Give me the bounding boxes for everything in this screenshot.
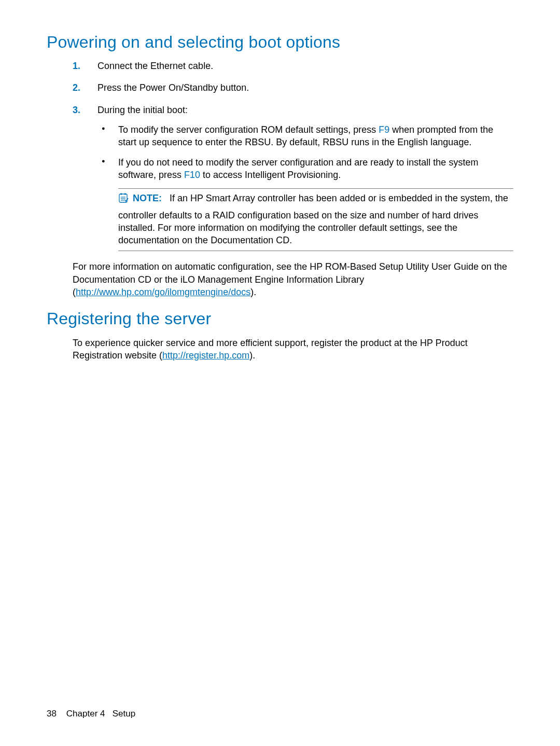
section-heading-registering: Registering the server [47, 308, 513, 330]
step-1-text: Connect the Ethernet cable. [97, 61, 213, 71]
after-note-paragraph: For more information on automatic config… [73, 260, 513, 298]
step-2: 2. Press the Power On/Standby button. [73, 81, 513, 94]
bullet-2: If you do not need to modify the server … [97, 156, 513, 182]
note-first-text: If an HP Smart Array controller has been… [170, 193, 508, 203]
note-block: NOTE: If an HP Smart Array controller ha… [118, 188, 513, 251]
register-pre: To experience quicker service and more e… [73, 338, 468, 361]
key-f10: F10 [184, 170, 200, 180]
note-first-line: NOTE: If an HP Smart Array controller ha… [133, 192, 508, 204]
note-label: NOTE: [133, 193, 162, 203]
step-3-text: During the initial boot: [97, 105, 188, 115]
chapter-title: Setup [113, 709, 135, 719]
bullet-list: To modify the server configuration ROM d… [97, 123, 513, 181]
step-2-marker: 2. [73, 81, 80, 94]
svg-rect-1 [121, 194, 122, 195]
bullet-1: To modify the server configuration ROM d… [97, 123, 513, 149]
steps-container: 1. Connect the Ethernet cable. 2. Press … [73, 60, 513, 251]
svg-rect-2 [124, 194, 126, 195]
step-1: 1. Connect the Ethernet cable. [73, 60, 513, 72]
page-number: 38 [47, 709, 57, 719]
bullet-2-post: to access Intelligent Provisioning. [200, 170, 341, 180]
bullet-1-pre: To modify the server configuration ROM d… [118, 125, 379, 135]
register-link[interactable]: http://register.hp.com [162, 350, 249, 361]
step-2-text: Press the Power On/Standby button. [97, 82, 249, 93]
chapter-label: Chapter 4 [66, 709, 105, 719]
numbered-list: 1. Connect the Ethernet cable. 2. Press … [73, 60, 513, 251]
step-3: 3. During the initial boot: To modify th… [73, 104, 513, 252]
step-1-marker: 1. [73, 60, 80, 72]
document-page: Powering on and selecting boot options 1… [0, 0, 560, 746]
key-f9: F9 [379, 125, 389, 135]
page-footer: 38 Chapter 4 Setup [47, 708, 135, 720]
note-row: NOTE: If an HP Smart Array controller ha… [118, 192, 513, 206]
section-heading-boot-options: Powering on and selecting boot options [47, 31, 513, 53]
ilo-docs-link[interactable]: http://www.hp.com/go/ilomgmtengine/docs [76, 287, 250, 297]
note-rest: controller defaults to a RAID configurat… [118, 209, 513, 247]
step-3-marker: 3. [73, 104, 80, 116]
register-paragraph: To experience quicker service and more e… [73, 337, 513, 362]
note-icon [118, 193, 129, 206]
register-post: ). [249, 350, 255, 361]
after-note-post: ). [250, 287, 256, 297]
